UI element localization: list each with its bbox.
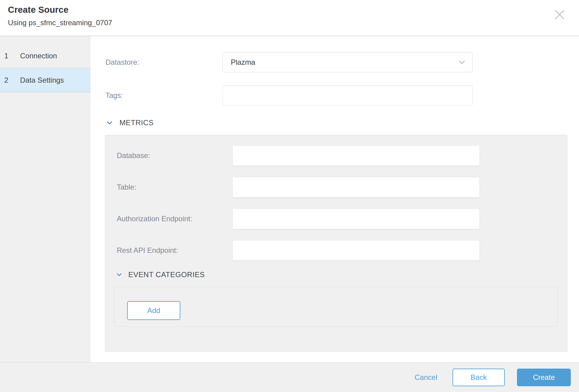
dialog-footer: Cancel Back Create [0,362,579,392]
event-categories-title: EVENT CATEGORIES [128,270,205,279]
table-row: Table: [117,177,567,198]
metrics-section-title: METRICS [120,119,154,127]
metrics-panel: Database: Table: Authorization Endpoint:… [105,135,567,352]
rest-api-endpoint-label: Rest API Endpoint: [117,246,232,255]
tags-row: Tags: [106,85,579,105]
metrics-section-toggle[interactable]: METRICS [107,119,579,127]
close-icon [554,9,565,20]
chevron-down-icon [459,60,465,64]
database-input[interactable] [232,145,480,166]
page-title: Create Source [8,5,571,15]
step-label: Data Settings [20,76,64,84]
database-label: Database: [117,151,232,160]
step-number: 1 [4,52,11,60]
cancel-button[interactable]: Cancel [411,373,440,382]
create-button[interactable]: Create [517,369,571,386]
chevron-down-icon [107,121,112,125]
sidebar-item-connection[interactable]: 1 Connection [0,44,91,68]
event-categories-toggle[interactable]: EVENT CATEGORIES [117,270,567,279]
add-event-category-button[interactable]: Add [127,301,180,320]
step-number: 2 [4,76,11,84]
steps-sidebar: 1 Connection 2 Data Settings [0,36,91,362]
database-row: Database: [117,145,567,166]
event-categories-box: Add [114,287,558,327]
rest-api-endpoint-row: Rest API Endpoint: [117,240,567,261]
tags-input[interactable] [223,85,473,105]
authorization-endpoint-row: Authorization Endpoint: [117,208,567,229]
table-label: Table: [117,183,232,191]
table-input[interactable] [232,177,480,198]
step-label: Connection [20,52,57,60]
datastore-label: Datastore: [106,58,223,67]
chevron-down-icon [117,273,122,276]
back-button[interactable]: Back [452,369,505,386]
close-button[interactable] [553,8,566,21]
dialog-header: Create Source Using ps_sfmc_streaming_07… [0,0,579,36]
dialog-body: 1 Connection 2 Data Settings Datastore: … [0,36,579,362]
authorization-endpoint-input[interactable] [232,208,480,229]
page-subtitle: Using ps_sfmc_streaming_0707 [8,19,571,27]
create-source-dialog: Create Source Using ps_sfmc_streaming_07… [0,0,579,392]
datastore-row: Datastore: Plazma [106,52,579,72]
rest-api-endpoint-input[interactable] [232,240,480,261]
datastore-selected-value: Plazma [231,58,255,67]
tags-label: Tags: [106,91,223,100]
sidebar-item-data-settings[interactable]: 2 Data Settings [0,68,91,92]
form-panel: Datastore: Plazma Tags: METRICS [91,36,579,362]
authorization-endpoint-label: Authorization Endpoint: [117,215,232,223]
datastore-select[interactable]: Plazma [223,52,473,72]
